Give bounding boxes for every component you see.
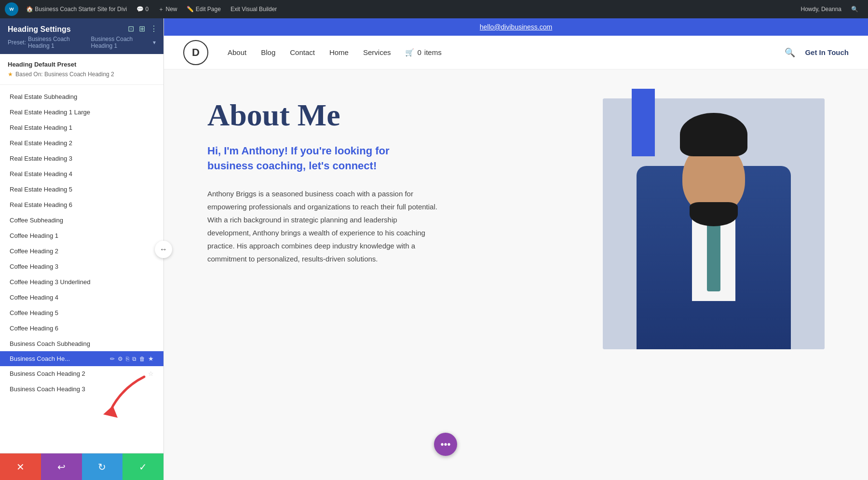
- main-layout: ⊡ ⊞ ⋮ Heading Settings Preset: Business …: [0, 18, 868, 480]
- default-preset-title: Heading Default Preset: [8, 61, 156, 68]
- site-logo[interactable]: D: [183, 40, 208, 65]
- dots-icon[interactable]: ⋮: [150, 24, 158, 33]
- svg-text:W: W: [9, 6, 14, 12]
- star-icon: ★: [8, 71, 13, 78]
- comment-icon: 💬: [136, 6, 144, 13]
- pencil-icon: ✏️: [187, 6, 194, 13]
- preset-coffee-heading-5[interactable]: Coffee Heading 5 ⋮: [0, 305, 163, 320]
- email-bar: hello@divibusiness.com: [164, 18, 868, 36]
- cart-icon: 🛒: [405, 48, 414, 57]
- comments-item[interactable]: 💬 0: [132, 0, 153, 18]
- search-icon[interactable]: 🔍: [785, 47, 795, 58]
- nav-home[interactable]: Home: [329, 48, 349, 56]
- site-main: About Me Hi, I'm Anthony! If you're look…: [164, 69, 868, 480]
- nav-about[interactable]: About: [228, 48, 246, 56]
- preset-real-estate-heading-6[interactable]: Real Estate Heading 6 ⋮: [0, 197, 163, 212]
- preset-coffee-heading-1[interactable]: Coffee Heading 1 ⋮: [0, 228, 163, 243]
- site-name-item[interactable]: 🏠 Business Coach Starter Site for Divi: [21, 0, 132, 18]
- preset-real-estate-heading-5[interactable]: Real Estate Heading 5 ⋮: [0, 181, 163, 197]
- preset-coffee-heading-6[interactable]: Coffee Heading 6 ⋮: [0, 320, 163, 336]
- dots-label: •••: [440, 439, 450, 450]
- trash-icon[interactable]: 🗑: [139, 356, 145, 362]
- duplicate-icon[interactable]: ⧉: [132, 356, 136, 362]
- nav-contact[interactable]: Contact: [290, 48, 315, 56]
- email-link[interactable]: hello@divibusiness.com: [480, 23, 552, 31]
- preset-business-coach-heading-1-active[interactable]: Business Coach He... ✏ ⚙ ⎘ ⧉ 🗑 ★: [0, 351, 163, 366]
- save-button[interactable]: ✓: [122, 453, 163, 480]
- star-filled-icon[interactable]: ★: [148, 355, 154, 362]
- new-item[interactable]: ＋ New: [153, 0, 182, 18]
- fullscreen-icon[interactable]: ⊡: [128, 24, 134, 33]
- cancel-button[interactable]: ✕: [0, 453, 41, 480]
- preset-coffee-heading-3-underlined[interactable]: Coffee Heading 3 Underlined ⋮: [0, 274, 163, 289]
- content-wrapper: About Me Hi, I'm Anthony! If you're look…: [178, 69, 854, 369]
- copy-icon[interactable]: ⎘: [126, 356, 129, 362]
- preset-real-estate-heading-2[interactable]: Real Estate Heading 2 ⋮: [0, 135, 163, 151]
- exit-visual-builder-item[interactable]: Exit Visual Builder: [226, 0, 282, 18]
- edit-page-item[interactable]: ✏️ Edit Page: [182, 0, 225, 18]
- default-preset-section: Heading Default Preset ★ Based On: Busin…: [0, 54, 163, 85]
- redo-button[interactable]: ↻: [82, 453, 123, 480]
- chevron-down-icon: ▾: [153, 39, 156, 46]
- preset-coffee-heading-2[interactable]: Coffee Heading 2 ⋮: [0, 243, 163, 259]
- nav-blog[interactable]: Blog: [261, 48, 275, 56]
- floating-dots-btn[interactable]: •••: [434, 433, 457, 456]
- panel-header: ⊡ ⊞ ⋮ Heading Settings Preset: Business …: [0, 18, 163, 54]
- accent-rect: [632, 89, 655, 156]
- preset-business-coach-heading-2[interactable]: Business Coach Heading 2 ☆: [0, 366, 163, 381]
- preset-real-estate-heading-1-large[interactable]: Real Estate Heading 1 Large ⋮: [0, 104, 163, 120]
- about-title: About Me: [207, 98, 574, 132]
- panel-header-icons: ⊡ ⊞ ⋮: [128, 24, 158, 33]
- nav-links: About Blog Contact Home Services 🛒 0 ite…: [228, 48, 442, 57]
- plus-icon: ＋: [158, 5, 164, 14]
- gear-icon[interactable]: ⚙: [118, 356, 123, 362]
- panel-subtitle: Preset: Business Coach Heading 1 Busines…: [8, 36, 156, 49]
- admin-bar-right: Howdy, Deanna 🔍: [796, 0, 864, 18]
- cart-items-label: items: [424, 48, 442, 56]
- grid-icon[interactable]: ⊞: [139, 24, 145, 33]
- website-area: hello@divibusiness.com D About Blog Cont…: [164, 18, 868, 480]
- star-empty-icon[interactable]: ☆: [148, 370, 154, 377]
- active-item-actions: ✏ ⚙ ⎘ ⧉ 🗑 ★: [110, 355, 154, 362]
- admin-bar: W 🏠 Business Coach Starter Site for Divi…: [0, 0, 868, 18]
- default-preset-based: ★ Based On: Business Coach Heading 2: [8, 71, 156, 78]
- nav-cta[interactable]: Get In Touch: [805, 48, 849, 56]
- preset-real-estate-subheading[interactable]: Real Estate Subheading ⋮: [0, 89, 163, 104]
- preset-coffee-heading-4[interactable]: Coffee Heading 4 ⋮: [0, 289, 163, 305]
- preset-business-coach-subheading[interactable]: Business Coach Subheading ⋮: [0, 336, 163, 351]
- nav-services[interactable]: Services: [363, 48, 391, 56]
- nav-right: 🔍 Get In Touch: [785, 47, 849, 58]
- about-subtitle: Hi, I'm Anthony! If you're looking for b…: [207, 144, 410, 174]
- cart-count: 0: [417, 48, 421, 56]
- site-nav: D About Blog Contact Home Services 🛒 0 i…: [164, 36, 868, 69]
- nav-cart[interactable]: 🛒 0 items: [405, 48, 441, 57]
- content-left: About Me Hi, I'm Anthony! If you're look…: [207, 89, 574, 349]
- content-right: [603, 89, 825, 349]
- about-body: Anthony Briggs is a seasoned business co…: [207, 187, 439, 265]
- preset-dropdown-label: Business Coach Heading 1 ▾: [91, 36, 156, 49]
- preset-business-coach-heading-3[interactable]: Business Coach Heading 3 ⋮: [0, 381, 163, 397]
- person-beard: [690, 202, 738, 226]
- wp-icon: 🏠: [26, 6, 33, 13]
- preset-real-estate-heading-4[interactable]: Real Estate Heading 4 ⋮: [0, 166, 163, 181]
- panel-bottom: ✕ ↩ ↻ ✓: [0, 453, 163, 480]
- preset-coffee-heading-3[interactable]: Coffee Heading 3 ⋮: [0, 259, 163, 274]
- left-panel: ⊡ ⊞ ⋮ Heading Settings Preset: Business …: [0, 18, 164, 480]
- wp-logo[interactable]: W: [5, 2, 18, 16]
- person-hair: [680, 113, 747, 156]
- preset-real-estate-heading-1[interactable]: Real Estate Heading 1 ⋮: [0, 120, 163, 135]
- admin-search-btn[interactable]: 🔍: [846, 0, 863, 18]
- preset-real-estate-heading-3[interactable]: Real Estate Heading 3 ⋮: [0, 151, 163, 166]
- howdy-item[interactable]: Howdy, Deanna: [796, 0, 847, 18]
- preset-list: Real Estate Subheading ⋮ Real Estate Hea…: [0, 85, 163, 400]
- panel-toggle-btn[interactable]: ↔: [155, 241, 172, 258]
- panel-body[interactable]: Heading Default Preset ★ Based On: Busin…: [0, 54, 163, 453]
- preset-coffee-subheading[interactable]: Coffee Subheading ⋮: [0, 212, 163, 228]
- undo-button[interactable]: ↩: [41, 453, 82, 480]
- edit-icon[interactable]: ✏: [110, 356, 115, 362]
